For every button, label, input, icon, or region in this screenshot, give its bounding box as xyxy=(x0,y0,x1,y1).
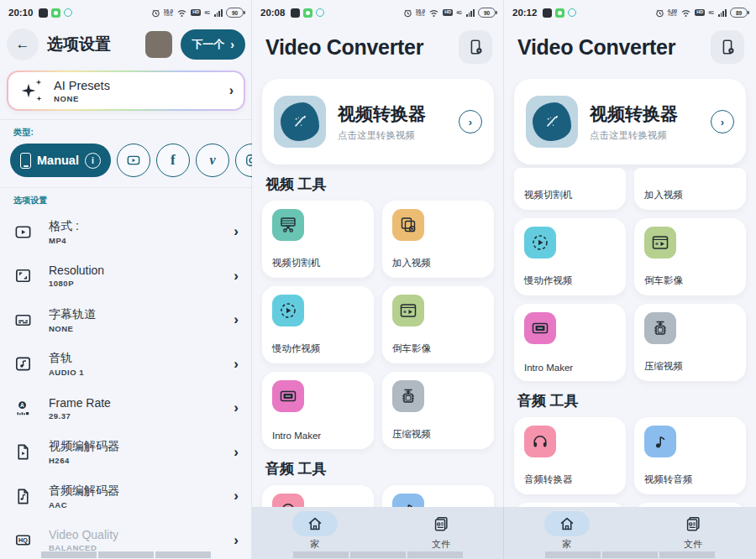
hd-badge: HD xyxy=(443,9,453,16)
chevron-right-icon: › xyxy=(234,400,239,416)
alarm-icon xyxy=(655,8,664,18)
messenger-icon xyxy=(303,8,312,18)
compress-icon xyxy=(392,380,424,412)
frame-rate-icon: A xyxy=(13,399,33,418)
info-icon[interactable]: i xyxy=(85,153,101,169)
messenger-icon xyxy=(555,8,564,18)
tool-card-compress-video[interactable]: 压缩视频 xyxy=(382,372,494,449)
tool-card-audio-converter[interactable]: 音频转换器 xyxy=(514,417,626,494)
tool-card-join-video[interactable]: 加入视频 xyxy=(634,168,746,210)
settings-list: 格式 :MP4 › Resolution1080P › 字幕轨道NONE › 音… xyxy=(0,210,252,559)
circle-chevron-icon: › xyxy=(459,110,482,133)
hd-badge: HD xyxy=(695,9,705,16)
home-icon xyxy=(558,515,576,533)
next-button[interactable]: 下一个 › xyxy=(181,29,245,60)
options-section-label: 选项设置 xyxy=(13,195,252,206)
youtube-button[interactable] xyxy=(117,144,150,177)
chevron-right-icon: › xyxy=(234,356,239,373)
audio-tools-section-title: 音频 工具 xyxy=(517,391,743,410)
app-notification-icon xyxy=(39,8,48,18)
film-scissors-icon xyxy=(272,209,304,241)
hero-title: 视频转换器 xyxy=(590,102,699,126)
setting-row-frame-rate[interactable]: A Frame Rate29.37 › xyxy=(0,386,252,431)
type-label: 类型: xyxy=(13,127,252,138)
keyboard-hint-bar xyxy=(41,551,211,558)
tool-card-reverse-video[interactable]: « 倒车影像 xyxy=(382,286,494,363)
alarm-icon xyxy=(151,8,160,18)
video-codec-icon xyxy=(13,442,33,462)
back-button[interactable]: ← xyxy=(7,29,39,60)
tool-card-intro-maker[interactable]: Intro Maker xyxy=(514,304,626,381)
resolution-icon xyxy=(13,266,33,285)
tool-card-join-video[interactable]: 加入视频 xyxy=(382,201,494,278)
tool-card-intro-maker[interactable]: Intro Maker xyxy=(262,372,374,449)
join-files-icon xyxy=(392,209,424,241)
wifi-icon xyxy=(176,8,187,18)
tool-card-video-to-audio[interactable]: 视频转音频 xyxy=(634,417,746,494)
tool-card-reverse-video[interactable]: « 倒车影像 xyxy=(634,218,746,295)
video-tools-section-title: 视频 工具 xyxy=(265,175,491,194)
instagram-icon xyxy=(244,152,252,169)
compress-icon xyxy=(644,312,676,344)
tool-card-video-cutter[interactable]: 视频切割机 xyxy=(262,201,374,278)
vimeo-button[interactable]: v xyxy=(196,144,229,177)
facebook-button[interactable]: f xyxy=(156,144,190,177)
battery-icon: 90 xyxy=(226,8,244,18)
signal-icon xyxy=(718,9,727,17)
app-title: Video Converter xyxy=(517,35,675,60)
app-notification-icon xyxy=(291,8,300,18)
wifi-icon xyxy=(680,8,691,18)
ai-presets-card[interactable]: AI Presets NONE › xyxy=(7,71,245,111)
home-screen-scrolled: 20:12 4.00KB/S HD 4G 89 Video Converter … xyxy=(504,0,756,559)
video-converter-hero-card[interactable]: 视频转换器 点击这里转换视频 › xyxy=(262,79,494,165)
hq-icon: HQ xyxy=(13,530,33,550)
circle-chevron-icon: › xyxy=(711,110,734,133)
music-note-icon xyxy=(644,426,676,457)
manual-type-button[interactable]: Manual i xyxy=(10,144,111,177)
page-title: 选项设置 xyxy=(47,34,137,55)
device-settings-button[interactable] xyxy=(459,30,492,64)
hero-subtitle: 点击这里转换视频 xyxy=(590,129,699,142)
divider xyxy=(0,119,252,120)
headphones-icon xyxy=(524,426,556,457)
status-bar: 20:12 4.00KB/S HD 4G 89 xyxy=(504,0,756,24)
setting-row-subtitle-track[interactable]: 字幕轨道NONE › xyxy=(0,298,252,342)
chevron-right-icon: › xyxy=(234,311,239,328)
tool-card-slow-motion[interactable]: 慢动作视频 xyxy=(262,286,374,363)
network-type: 4G xyxy=(708,10,714,15)
video-converter-hero-card[interactable]: 视频转换器 点击这里转换视频 › xyxy=(514,79,746,165)
setting-row-format[interactable]: 格式 :MP4 › xyxy=(0,210,252,254)
keyboard-hint-bar xyxy=(545,551,715,558)
setting-row-audio-track[interactable]: 音轨AUDIO 1 › xyxy=(0,342,252,387)
chevron-right-icon: › xyxy=(234,268,239,285)
slow-motion-icon xyxy=(524,227,556,259)
format-icon xyxy=(13,222,33,242)
keyboard-hint-bar xyxy=(293,551,463,558)
svg-text:«: « xyxy=(403,309,407,315)
tool-card-compress-video[interactable]: 压缩视频 xyxy=(634,304,746,381)
wifi-icon xyxy=(428,8,439,18)
phone-gear-icon xyxy=(466,38,485,56)
clock-time: 20:12 xyxy=(512,8,537,18)
network-speed: 16.0KB/S xyxy=(416,8,426,18)
device-settings-button[interactable] xyxy=(711,30,744,64)
app-notification-icon xyxy=(543,8,552,18)
tool-card-video-cutter[interactable]: 视频切割机 xyxy=(514,168,626,210)
setting-row-resolution[interactable]: Resolution1080P › xyxy=(0,254,252,299)
cloud-icon xyxy=(316,8,324,17)
battery-icon: 90 xyxy=(478,8,496,18)
clock-time: 20:08 xyxy=(260,8,285,18)
reverse-video-icon: « xyxy=(644,227,676,259)
setting-row-audio-codec[interactable]: 音频编解码器AAC › xyxy=(0,474,252,519)
audio-codec-icon xyxy=(13,487,33,506)
hero-subtitle: 点击这里转换视频 xyxy=(338,129,447,142)
tool-card-slow-motion[interactable]: 慢动作视频 xyxy=(514,218,626,295)
network-type: 4G xyxy=(204,10,210,15)
setting-row-video-codec[interactable]: 视频编解码器H264 › xyxy=(0,431,252,475)
back-arrow-icon: ← xyxy=(16,36,30,53)
svg-text:HQ: HQ xyxy=(18,538,28,545)
video-thumbnail[interactable] xyxy=(145,31,172,58)
chevron-right-icon: › xyxy=(230,38,234,51)
phone-icon xyxy=(20,153,31,169)
instagram-button[interactable] xyxy=(235,144,252,177)
